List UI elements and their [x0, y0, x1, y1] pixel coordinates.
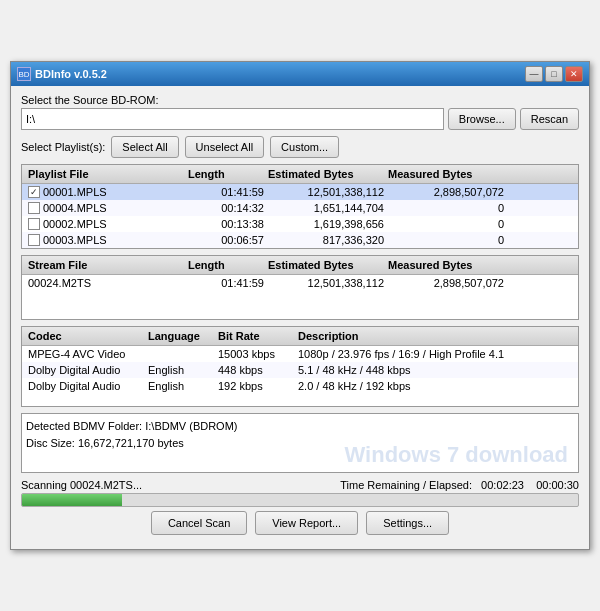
playlist-col-length: Length — [186, 167, 266, 181]
main-window: BD BDInfo v.0.5.2 — □ ✕ Select the Sourc… — [10, 61, 590, 550]
maximize-button[interactable]: □ — [545, 66, 563, 82]
stream-row-name: 00024.M2TS — [26, 276, 186, 290]
settings-button[interactable]: Settings... — [366, 511, 449, 535]
window-title: BDInfo v.0.5.2 — [35, 68, 107, 80]
playlist-row-measured: 2,898,507,072 — [386, 185, 506, 199]
codec-col-language: Language — [146, 329, 216, 343]
codec-row-language: English — [146, 363, 216, 377]
playlist-row-name: 00004.MPLS — [26, 201, 186, 215]
scanning-label: Scanning 00024.M2TS... — [21, 479, 142, 491]
source-input[interactable] — [21, 108, 444, 130]
view-report-button[interactable]: View Report... — [255, 511, 358, 535]
codec-table-body: MPEG-4 AVC Video 15003 kbps 1080p / 23.9… — [22, 346, 578, 406]
close-button[interactable]: ✕ — [565, 66, 583, 82]
stream-table-body: 00024.M2TS 01:41:59 12,501,338,112 2,898… — [22, 275, 578, 319]
playlist-row-estimated: 12,501,338,112 — [266, 185, 386, 199]
title-bar-left: BD BDInfo v.0.5.2 — [17, 67, 107, 81]
stream-row-measured: 2,898,507,072 — [386, 276, 506, 290]
codec-row-bitrate: 448 kbps — [216, 363, 296, 377]
codec-row-language — [146, 353, 216, 355]
browse-button[interactable]: Browse... — [448, 108, 516, 130]
table-row[interactable]: Dolby Digital Audio English 448 kbps 5.1… — [22, 362, 578, 378]
codec-col-codec: Codec — [26, 329, 146, 343]
codec-col-bitrate: Bit Rate — [216, 329, 296, 343]
codec-row-description: 1080p / 23.976 fps / 16:9 / High Profile… — [296, 347, 574, 361]
minimize-button[interactable]: — — [525, 66, 543, 82]
checkbox-icon[interactable]: ✓ — [28, 186, 40, 198]
playlist-row-length: 00:14:32 — [186, 201, 266, 215]
checkbox-icon[interactable] — [28, 202, 40, 214]
custom-button[interactable]: Custom... — [270, 136, 339, 158]
source-buttons: Browse... Rescan — [448, 108, 579, 130]
stream-table: Stream File Length Estimated Bytes Measu… — [21, 255, 579, 320]
stream-row-estimated: 12,501,338,112 — [266, 276, 386, 290]
bottom-buttons: Cancel Scan View Report... Settings... — [21, 511, 579, 541]
playlist-row-name: 00003.MPLS — [26, 233, 186, 247]
checkbox-icon[interactable] — [28, 234, 40, 246]
checkbox-icon[interactable] — [28, 218, 40, 230]
status-line1: Detected BDMV Folder: I:\BDMV (BDROM) — [26, 418, 574, 435]
playlist-row-name: 00002.MPLS — [26, 217, 186, 231]
stream-table-header: Stream File Length Estimated Bytes Measu… — [22, 256, 578, 275]
playlist-row-estimated: 817,336,320 — [266, 233, 386, 247]
cancel-scan-button[interactable]: Cancel Scan — [151, 511, 247, 535]
table-row[interactable]: 00002.MPLS 00:13:38 1,619,398,656 0 — [22, 216, 578, 232]
rescan-button[interactable]: Rescan — [520, 108, 579, 130]
playlist-col-name: Playlist File — [26, 167, 186, 181]
codec-row-codec: Dolby Digital Audio — [26, 379, 146, 393]
progress-bar-container — [21, 493, 579, 507]
playlist-row-measured: 0 — [386, 201, 506, 215]
status-line2: Disc Size: 16,672,721,170 bytes — [26, 435, 574, 452]
codec-col-description: Description — [296, 329, 574, 343]
codec-table: Codec Language Bit Rate Description MPEG… — [21, 326, 579, 407]
playlist-row-measured: 0 — [386, 233, 506, 247]
title-bar: BD BDInfo v.0.5.2 — □ ✕ — [11, 62, 589, 86]
playlist-col-measured: Measured Bytes — [386, 167, 506, 181]
codec-row-language: English — [146, 379, 216, 393]
title-buttons: — □ ✕ — [525, 66, 583, 82]
playlist-row-name: ✓ 00001.MPLS — [26, 185, 186, 199]
playlist-table-header: Playlist File Length Estimated Bytes Mea… — [22, 165, 578, 184]
codec-row-bitrate: 15003 kbps — [216, 347, 296, 361]
source-row: Browse... Rescan — [21, 108, 579, 130]
time-info: Time Remaining / Elapsed: 00:02:23 00:00… — [340, 479, 579, 491]
scanning-info: Scanning 00024.M2TS... Time Remaining / … — [21, 479, 579, 507]
progress-bar-fill — [22, 494, 122, 506]
playlist-row-length: 00:06:57 — [186, 233, 266, 247]
playlist-table: Playlist File Length Estimated Bytes Mea… — [21, 164, 579, 249]
playlist-row-estimated: 1,651,144,704 — [266, 201, 386, 215]
time-remaining-value: 00:02:23 — [481, 479, 524, 491]
playlist-row-length: 00:13:38 — [186, 217, 266, 231]
source-label: Select the Source BD-ROM: — [21, 94, 579, 106]
select-all-button[interactable]: Select All — [111, 136, 178, 158]
stream-col-measured: Measured Bytes — [386, 258, 506, 272]
codec-row-bitrate: 192 kbps — [216, 379, 296, 393]
unselect-all-button[interactable]: Unselect All — [185, 136, 264, 158]
codec-row-codec: MPEG-4 AVC Video — [26, 347, 146, 361]
time-remaining-label: Time Remaining / Elapsed: — [340, 479, 472, 491]
codec-table-header: Codec Language Bit Rate Description — [22, 327, 578, 346]
stream-col-estimated: Estimated Bytes — [266, 258, 386, 272]
codec-row-description: 5.1 / 48 kHz / 448 kbps — [296, 363, 574, 377]
playlist-table-body: ✓ 00001.MPLS 01:41:59 12,501,338,112 2,8… — [22, 184, 578, 248]
status-panel: Detected BDMV Folder: I:\BDMV (BDROM) Di… — [21, 413, 579, 473]
table-row[interactable]: Dolby Digital Audio English 192 kbps 2.0… — [22, 378, 578, 394]
playlist-row-length: 01:41:59 — [186, 185, 266, 199]
playlist-row-estimated: 1,619,398,656 — [266, 217, 386, 231]
table-row[interactable]: 00024.M2TS 01:41:59 12,501,338,112 2,898… — [22, 275, 578, 291]
codec-row-codec: Dolby Digital Audio — [26, 363, 146, 377]
app-icon: BD — [17, 67, 31, 81]
table-row[interactable]: 00003.MPLS 00:06:57 817,336,320 0 — [22, 232, 578, 248]
table-row[interactable]: ✓ 00001.MPLS 01:41:59 12,501,338,112 2,8… — [22, 184, 578, 200]
stream-row-length: 01:41:59 — [186, 276, 266, 290]
playlist-label: Select Playlist(s): — [21, 141, 105, 153]
playlist-row-measured: 0 — [386, 217, 506, 231]
stream-col-length: Length — [186, 258, 266, 272]
playlist-col-estimated: Estimated Bytes — [266, 167, 386, 181]
codec-row-description: 2.0 / 48 kHz / 192 kbps — [296, 379, 574, 393]
time-elapsed-value: 00:00:30 — [536, 479, 579, 491]
table-row[interactable]: 00004.MPLS 00:14:32 1,651,144,704 0 — [22, 200, 578, 216]
table-row[interactable]: MPEG-4 AVC Video 15003 kbps 1080p / 23.9… — [22, 346, 578, 362]
content-area: Select the Source BD-ROM: Browse... Resc… — [11, 86, 589, 549]
stream-col-name: Stream File — [26, 258, 186, 272]
